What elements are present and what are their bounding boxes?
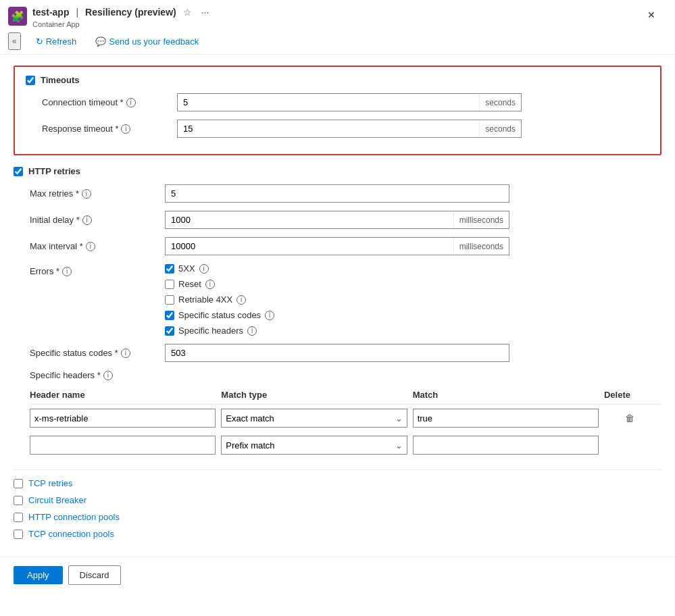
http-retries-checkbox-row: HTTP retries bbox=[14, 166, 661, 176]
app-name: test-app bbox=[32, 7, 69, 18]
max-retries-label: Max retries * i bbox=[30, 188, 165, 199]
specific-headers-table-label: Specific headers * i bbox=[30, 370, 661, 380]
max-retries-input[interactable] bbox=[166, 185, 509, 202]
errors-checkboxes: 5XX i Reset i Retriable 4XX i Specific s… bbox=[165, 263, 274, 336]
retriable4xx-info-icon[interactable]: i bbox=[236, 295, 246, 305]
app-header: 🧩 test-app | Resiliency (preview) ☆ ··· … bbox=[0, 0, 675, 28]
more-icon[interactable]: ··· bbox=[199, 4, 212, 20]
5xx-row: 5XX i bbox=[165, 263, 274, 274]
specific-status-codes-input[interactable] bbox=[166, 344, 509, 361]
header-name-input-1[interactable] bbox=[30, 436, 216, 455]
feedback-icon: 💬 bbox=[95, 36, 106, 47]
bottom-sections: TCP retries Circuit Breaker HTTP connect… bbox=[14, 478, 661, 539]
apply-button[interactable]: Apply bbox=[14, 566, 63, 584]
circuit-breaker-row: Circuit Breaker bbox=[14, 495, 661, 505]
response-timeout-input-wrapper: seconds bbox=[177, 120, 522, 138]
initial-delay-row: Initial delay * i milliseconds bbox=[14, 211, 661, 229]
max-retries-row: Max retries * i bbox=[14, 184, 661, 203]
col-match: Match bbox=[413, 386, 604, 405]
tcp-retries-checkbox[interactable] bbox=[14, 479, 23, 488]
max-interval-input-wrapper: milliseconds bbox=[165, 237, 509, 255]
close-button[interactable]: ✕ bbox=[636, 4, 667, 26]
circuit-breaker-label: Circuit Breaker bbox=[28, 495, 86, 505]
timeouts-checkbox[interactable] bbox=[26, 76, 35, 85]
response-timeout-info-icon[interactable]: i bbox=[121, 124, 130, 134]
header-name-input-0[interactable] bbox=[30, 409, 216, 428]
connection-timeout-input-wrapper: seconds bbox=[177, 93, 522, 111]
headers-table: Header name Match type Match Delete Exac… bbox=[30, 386, 661, 459]
specific-status-codes-label: Specific status codes * i bbox=[30, 348, 165, 358]
initial-delay-label: Initial delay * i bbox=[30, 215, 165, 225]
match-type-select-1[interactable]: Exact matchPrefix matchRegex match bbox=[222, 438, 391, 453]
table-header-row: Header name Match type Match Delete bbox=[30, 386, 661, 405]
star-icon[interactable]: ☆ bbox=[180, 4, 195, 20]
window-controls: ✕ bbox=[636, 4, 667, 26]
max-interval-label: Max interval * i bbox=[30, 241, 165, 251]
match-type-select-wrapper-0: Exact matchPrefix matchRegex match⌄ bbox=[221, 409, 407, 428]
specific-status-checkbox[interactable] bbox=[165, 311, 174, 320]
specific-headers-row: Specific headers i bbox=[165, 326, 274, 336]
chevron-down-icon: ⌄ bbox=[391, 440, 407, 451]
retriable4xx-checkbox[interactable] bbox=[165, 295, 174, 305]
reset-checkbox[interactable] bbox=[165, 280, 174, 289]
delete-row-button-0[interactable]: 🗑 bbox=[622, 410, 637, 426]
5xx-info-icon[interactable]: i bbox=[199, 264, 209, 274]
max-retries-info-icon[interactable]: i bbox=[82, 189, 91, 199]
table-row: Exact matchPrefix matchRegex match⌄ bbox=[30, 432, 661, 459]
errors-info-icon[interactable]: i bbox=[62, 267, 72, 276]
specific-headers-checkbox[interactable] bbox=[165, 326, 174, 336]
specific-headers-label: Specific headers bbox=[178, 326, 243, 336]
discard-button[interactable]: Discard bbox=[68, 565, 121, 585]
feedback-button[interactable]: 💬 Send us your feedback bbox=[91, 34, 203, 49]
http-retries-checkbox[interactable] bbox=[14, 167, 23, 176]
refresh-icon: ↻ bbox=[36, 36, 43, 47]
initial-delay-input[interactable] bbox=[166, 211, 453, 228]
footer: Apply Discard bbox=[0, 557, 675, 593]
timeouts-checkbox-row: Timeouts bbox=[26, 75, 649, 85]
max-retries-input-wrapper bbox=[165, 184, 509, 203]
col-match-type: Match type bbox=[221, 386, 412, 405]
app-title-group: test-app | Resiliency (preview) ☆ ··· Co… bbox=[32, 4, 211, 28]
5xx-checkbox[interactable] bbox=[165, 264, 174, 274]
refresh-button[interactable]: ↻ Refresh bbox=[32, 34, 81, 49]
toolbar: « ↻ Refresh 💬 Send us your feedback bbox=[0, 28, 675, 55]
initial-delay-info-icon[interactable]: i bbox=[82, 215, 92, 225]
connection-timeout-info-icon[interactable]: i bbox=[126, 98, 136, 107]
http-connection-pools-label: HTTP connection pools bbox=[28, 512, 120, 522]
specific-status-label: Specific status codes bbox=[178, 310, 261, 320]
chevron-down-icon: ⌄ bbox=[391, 413, 407, 424]
connection-timeout-input[interactable] bbox=[178, 94, 479, 111]
nav-collapse-button[interactable]: « bbox=[8, 32, 21, 50]
max-interval-info-icon[interactable]: i bbox=[86, 242, 95, 251]
http-retries-label: HTTP retries bbox=[28, 166, 80, 176]
errors-row: Errors * i 5XX i Reset i Retriable 4XX i bbox=[14, 263, 661, 336]
specific-status-row: Specific status codes i bbox=[165, 310, 274, 320]
http-connection-pools-checkbox[interactable] bbox=[14, 513, 23, 522]
match-type-select-0[interactable]: Exact matchPrefix matchRegex match bbox=[222, 411, 391, 426]
match-value-input-0[interactable] bbox=[413, 409, 599, 428]
response-timeout-input[interactable] bbox=[178, 120, 479, 137]
reset-label: Reset bbox=[178, 279, 201, 289]
max-interval-input[interactable] bbox=[166, 238, 453, 255]
specific-status-codes-row: Specific status codes * i bbox=[14, 344, 661, 362]
app-icon: 🧩 bbox=[8, 7, 27, 26]
specific-status-codes-info-icon[interactable]: i bbox=[121, 349, 130, 358]
http-connection-pools-row: HTTP connection pools bbox=[14, 512, 661, 522]
specific-headers-table-info-icon[interactable]: i bbox=[103, 371, 113, 380]
reset-row: Reset i bbox=[165, 279, 274, 289]
section-divider bbox=[14, 469, 661, 470]
circuit-breaker-checkbox[interactable] bbox=[14, 496, 23, 505]
specific-headers-info-icon[interactable]: i bbox=[247, 326, 257, 336]
app-title-row: test-app | Resiliency (preview) ☆ ··· bbox=[32, 4, 211, 20]
match-type-select-wrapper-1: Exact matchPrefix matchRegex match⌄ bbox=[221, 436, 407, 455]
table-row: Exact matchPrefix matchRegex match⌄🗑 bbox=[30, 405, 661, 432]
reset-info-icon[interactable]: i bbox=[205, 280, 215, 289]
connection-timeout-label: Connection timeout * i bbox=[42, 97, 177, 107]
tcp-connection-pools-row: TCP connection pools bbox=[14, 529, 661, 539]
tcp-connection-pools-checkbox[interactable] bbox=[14, 530, 23, 539]
match-value-input-1[interactable] bbox=[413, 436, 599, 455]
response-timeout-label: Response timeout * i bbox=[42, 124, 177, 134]
specific-headers-table-section: Specific headers * i Header name Match t… bbox=[14, 370, 661, 459]
initial-delay-suffix: milliseconds bbox=[453, 212, 509, 228]
specific-status-info-icon[interactable]: i bbox=[265, 311, 274, 320]
